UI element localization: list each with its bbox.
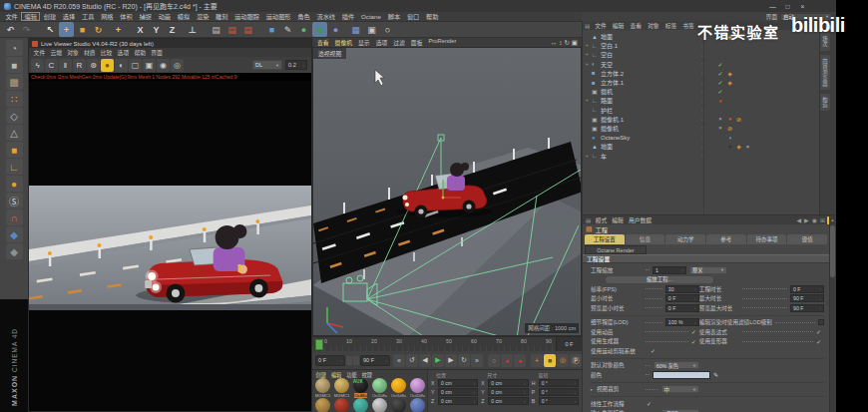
unit-dropdown[interactable]: 厘米▼ <box>689 266 727 274</box>
menu-item[interactable]: 流水线 <box>313 12 338 21</box>
window-control-button[interactable]: — <box>765 0 780 12</box>
live-viewer-tool-icon[interactable]: ▣ <box>143 59 156 72</box>
object-tag-icon[interactable]: ⊘ <box>734 116 743 123</box>
object-tag-icon[interactable]: ◈ <box>734 143 743 150</box>
viewport-menu-item[interactable]: 查看 <box>314 38 332 47</box>
material-item[interactable]: AUX OctMa <box>351 378 370 398</box>
coordinate-value-field[interactable]: 0 cm↕ <box>488 397 528 405</box>
attribute-tool-icon[interactable]: ◀ <box>796 216 801 223</box>
end-frame-field[interactable]: 90 F↕ <box>360 355 390 366</box>
material-item[interactable] <box>389 398 408 412</box>
attribute-tab[interactable]: 信息 <box>626 234 665 244</box>
vertical-dock-tab[interactable]: 内容浏览器 <box>820 55 830 90</box>
live-viewer-tool-icon[interactable]: ◎ <box>171 59 184 72</box>
coordinates-column-header[interactable]: 位置 <box>428 371 479 378</box>
panel-grid-icon[interactable]: ▤ <box>586 217 591 223</box>
attribute-tab[interactable]: 工程设置 <box>585 234 625 244</box>
scroll-up-icon[interactable]: ▲ <box>829 215 836 223</box>
object-row[interactable]: ▲ 地面 ∶∶ ● ◈ × <box>583 142 836 151</box>
mode-icon[interactable]: ◆ <box>6 243 23 259</box>
toolbar-button[interactable]: ▤ <box>224 22 239 37</box>
live-viewer-menu-item[interactable]: 帮助 <box>132 48 149 57</box>
live-viewer-tool-icon[interactable]: ‖ <box>59 59 72 72</box>
toolbar-button[interactable]: ● <box>296 22 311 37</box>
object-tag-icon[interactable]: ● <box>725 144 734 150</box>
object-row[interactable]: ● OctaneSky ∶∶ ◑ <box>583 133 836 142</box>
viewport-menu-item[interactable]: ProRender <box>425 38 459 47</box>
enable-state-icon[interactable]: ● <box>715 98 725 104</box>
transport-button[interactable]: ● <box>501 354 513 367</box>
coordinate-value-field[interactable]: 0 °↕ <box>539 397 579 405</box>
toolbar-button[interactable]: ↖ <box>43 22 58 37</box>
use-motion-system-check[interactable]: ✓ <box>651 347 658 354</box>
coordinate-value-field[interactable]: 0 °↕ <box>539 379 579 387</box>
mode-icon[interactable]: Ⓢ <box>6 193 23 208</box>
project-scale-field[interactable]: 1↕ <box>652 266 686 274</box>
object-tag-icon[interactable]: ⊘ <box>725 125 734 132</box>
menu-item[interactable]: 渲染 <box>194 12 213 21</box>
enable-state-icon[interactable]: ✓ <box>715 88 725 95</box>
toolbar-button[interactable]: ■ <box>75 22 90 37</box>
transport-button[interactable]: + <box>531 354 543 367</box>
lod-field[interactable]: 100 %↕ <box>665 318 699 326</box>
menu-item[interactable]: 运动跟踪 <box>231 12 263 21</box>
view-clipping-dropdown[interactable]: 中▼ <box>661 385 699 393</box>
preview-min-field[interactable]: 0 F↕ <box>665 304 699 312</box>
toolbar-button[interactable]: ⊥ <box>185 22 200 37</box>
range-handle[interactable] <box>346 356 352 365</box>
object-manager-menu-item[interactable]: 对象 <box>645 21 662 30</box>
attribute-tool-icon[interactable]: ⊞ <box>820 216 825 223</box>
object-tag-icon[interactable]: ◈ <box>725 70 734 77</box>
menu-item[interactable]: 脚本 <box>384 12 403 21</box>
attribute-tab[interactable]: 键值 <box>787 234 827 244</box>
coordinates-column-header[interactable]: 尺寸 <box>479 371 530 378</box>
view-label[interactable]: 透视视图 <box>313 48 346 59</box>
coordinate-value-field[interactable]: 0 cm↕ <box>488 388 528 396</box>
attribute-tool-icon[interactable]: ◉ <box>812 216 817 223</box>
color-swatch[interactable] <box>652 371 710 379</box>
object-tag-icon[interactable]: ◑ <box>725 135 734 141</box>
mode-icon[interactable]: ■ <box>6 142 23 158</box>
live-viewer-tool-icon[interactable]: C <box>45 59 58 72</box>
viewport-nav-icon[interactable]: ↔ <box>551 39 558 47</box>
live-viewer-tool-icon[interactable]: R <box>73 59 86 72</box>
material-menu-item[interactable]: 功能 <box>345 371 358 378</box>
coordinate-value-field[interactable]: 0 cm↕ <box>488 379 528 387</box>
material-item[interactable]: OctDiffu <box>389 378 408 398</box>
object-tag-icon[interactable]: × <box>743 144 752 150</box>
menu-item[interactable]: 工具 <box>79 12 98 21</box>
timeline-ruler[interactable]: 0102030405060708090 0 F <box>312 336 582 351</box>
toolbar-button[interactable]: Y <box>149 22 164 37</box>
min-time-field[interactable]: 0 F↕ <box>665 294 699 302</box>
live-viewer-menu-item[interactable]: 选项 <box>115 48 132 57</box>
live-viewer-tool-icon[interactable]: ⊛ <box>87 59 100 72</box>
toolbar-button[interactable]: ▤ <box>240 22 255 37</box>
start-frame-field[interactable]: 0 F↕ <box>315 355 345 366</box>
material-item[interactable]: OctDiffu <box>370 378 389 398</box>
object-row[interactable]: ■ 立方体.1 ∶∶ ✓ ◈ <box>583 78 836 87</box>
toolbar-button[interactable]: ▦ <box>348 22 363 37</box>
object-tag-icon[interactable]: ● <box>725 116 734 122</box>
coordinate-value-field[interactable]: 0 cm↕ <box>438 388 478 396</box>
object-manager-menu-item[interactable]: 查看 <box>627 21 645 30</box>
menu-item[interactable]: 帮助 <box>423 12 442 21</box>
coordinate-value-field[interactable]: 0 °↕ <box>539 388 579 396</box>
mode-icon[interactable]: ▩ <box>6 74 23 90</box>
transport-button[interactable]: » <box>471 354 483 367</box>
toolbar-button[interactable]: ■ <box>264 22 279 37</box>
toolbar-button[interactable]: X <box>133 22 148 37</box>
coordinate-value-field[interactable]: 0 cm↕ <box>438 379 478 387</box>
enable-state-icon[interactable]: × <box>715 116 725 122</box>
eyedropper-icon[interactable]: ✎ <box>713 371 718 378</box>
viewport-menu-item[interactable]: 显示 <box>355 38 373 47</box>
transport-button[interactable]: « <box>393 354 405 367</box>
menu-item[interactable]: 插件 <box>338 12 357 21</box>
object-manager-menu-item[interactable]: 编辑 <box>610 21 628 30</box>
preview-max-field[interactable]: 90 F↕ <box>790 304 824 312</box>
mode-icon[interactable]: ◔ <box>6 40 23 56</box>
toolbar-button[interactable]: Z <box>165 22 180 37</box>
max-time-field[interactable]: 90 F↕ <box>790 294 824 302</box>
object-row[interactable]: + ◐ 天空 ∶∶ ✓ <box>583 60 836 69</box>
transport-button[interactable]: ○ <box>488 354 500 367</box>
attribute-tool-icon[interactable]: ▶ <box>804 216 809 223</box>
